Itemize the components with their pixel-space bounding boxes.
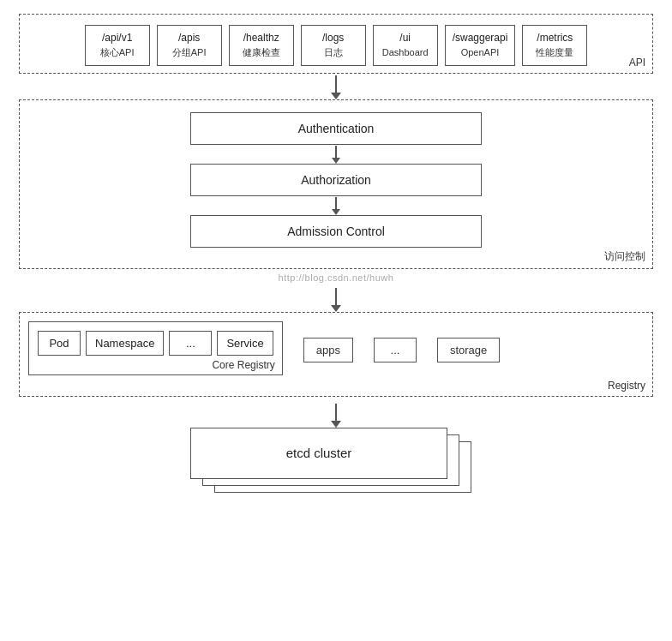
core-registry-item: Pod xyxy=(38,331,81,356)
api-label: API xyxy=(629,57,645,69)
etcd-front: etcd cluster xyxy=(190,428,447,479)
arrow-auth-to-authz xyxy=(332,145,340,164)
access-label: 访问控制 xyxy=(604,249,645,264)
other-registry-item: apps xyxy=(303,338,353,362)
arrow-registry-to-etcd xyxy=(331,397,341,428)
access-inner: Authentication Authorization Admission C… xyxy=(28,112,644,248)
api-box: /apis分组API xyxy=(157,25,222,66)
registry-section: PodNamespace...Service Core Registry app… xyxy=(19,312,653,397)
watermark: http://blog.csdn.net/huwh xyxy=(279,269,394,286)
api-boxes: /api/v1核心API/apis分组API/healthz健康检查/logs日… xyxy=(28,25,644,66)
authorization-box: Authorization xyxy=(190,164,482,196)
api-box: /api/v1核心API xyxy=(85,25,150,66)
core-registry-item: ... xyxy=(169,331,212,356)
core-registry-item: Service xyxy=(217,331,273,356)
core-registry-item: Namespace xyxy=(86,331,164,356)
arrow-api-to-access xyxy=(331,74,341,99)
core-registry-items: PodNamespace...Service xyxy=(38,331,273,356)
api-box: /uiDashboard xyxy=(373,25,438,66)
registry-row: PodNamespace...Service Core Registry app… xyxy=(28,321,644,375)
etcd-stack: etcd cluster xyxy=(190,428,482,496)
api-box: /healthz健康检查 xyxy=(229,25,294,66)
other-registry-items: apps...storage xyxy=(303,334,501,362)
authentication-box: Authentication xyxy=(190,112,482,145)
registry-label: Registry xyxy=(608,380,645,392)
arrow-authz-to-admission xyxy=(332,196,340,215)
admission-control-box: Admission Control xyxy=(190,215,482,248)
api-box: /logs日志 xyxy=(301,25,366,66)
other-registry-item: ... xyxy=(374,338,417,362)
api-box: /metrics性能度量 xyxy=(522,25,587,66)
etcd-section: etcd cluster xyxy=(19,428,653,496)
other-registry-item: storage xyxy=(437,338,500,362)
architecture-diagram: /api/v1核心API/apis分组API/healthz健康检查/logs日… xyxy=(14,14,658,496)
api-box: /swaggerapiOpenAPI xyxy=(445,25,516,66)
api-section: /api/v1核心API/apis分组API/healthz健康检查/logs日… xyxy=(19,14,653,74)
core-registry-label: Core Registry xyxy=(212,359,274,371)
arrow-access-to-registry xyxy=(331,286,341,312)
access-section: Authentication Authorization Admission C… xyxy=(19,99,653,269)
